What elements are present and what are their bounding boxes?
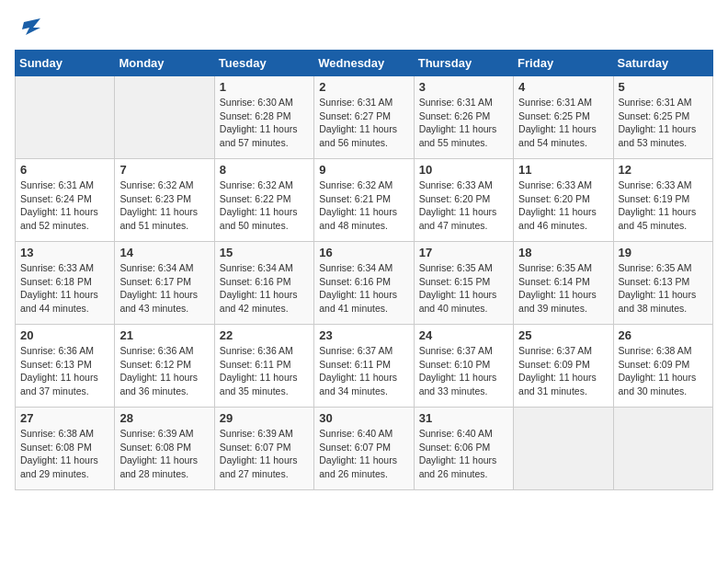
calendar-cell: 2Sunrise: 6:31 AM Sunset: 6:27 PM Daylig…	[314, 76, 414, 159]
calendar-cell: 14Sunrise: 6:34 AM Sunset: 6:17 PM Dayli…	[115, 242, 214, 325]
day-number: 5	[619, 80, 708, 94]
calendar-cell: 9Sunrise: 6:32 AM Sunset: 6:21 PM Daylig…	[314, 159, 414, 242]
cell-content: Sunrise: 6:31 AM Sunset: 6:25 PM Dayligh…	[518, 96, 608, 150]
cell-content: Sunrise: 6:36 AM Sunset: 6:12 PM Dayligh…	[119, 344, 209, 398]
cell-content: Sunrise: 6:35 AM Sunset: 6:14 PM Dayligh…	[518, 261, 608, 316]
cell-content: Sunrise: 6:34 AM Sunset: 6:16 PM Dayligh…	[319, 261, 408, 316]
day-number: 7	[119, 163, 209, 177]
cell-content: Sunrise: 6:40 AM Sunset: 6:07 PM Dayligh…	[319, 427, 408, 481]
day-number: 24	[419, 328, 508, 342]
calendar-week-row: 13Sunrise: 6:33 AM Sunset: 6:18 PM Dayli…	[16, 242, 713, 325]
calendar-cell: 22Sunrise: 6:36 AM Sunset: 6:11 PM Dayli…	[214, 325, 313, 408]
calendar-cell: 8Sunrise: 6:32 AM Sunset: 6:22 PM Daylig…	[214, 159, 313, 242]
calendar-cell: 19Sunrise: 6:35 AM Sunset: 6:13 PM Dayli…	[613, 242, 712, 325]
calendar-cell: 21Sunrise: 6:36 AM Sunset: 6:12 PM Dayli…	[115, 325, 214, 408]
calendar-cell: 1Sunrise: 6:30 AM Sunset: 6:28 PM Daylig…	[214, 76, 313, 159]
calendar-cell: 29Sunrise: 6:39 AM Sunset: 6:07 PM Dayli…	[214, 408, 313, 490]
calendar-cell: 17Sunrise: 6:35 AM Sunset: 6:15 PM Dayli…	[414, 242, 513, 325]
cell-content: Sunrise: 6:33 AM Sunset: 6:18 PM Dayligh…	[20, 261, 109, 316]
day-number: 2	[319, 80, 408, 94]
calendar-cell: 28Sunrise: 6:39 AM Sunset: 6:08 PM Dayli…	[115, 408, 214, 490]
cell-content: Sunrise: 6:33 AM Sunset: 6:19 PM Dayligh…	[619, 178, 708, 233]
cell-content: Sunrise: 6:38 AM Sunset: 6:09 PM Dayligh…	[619, 344, 708, 398]
header-tuesday: Tuesday	[214, 51, 313, 76]
day-number: 30	[319, 411, 408, 425]
cell-content: Sunrise: 6:31 AM Sunset: 6:26 PM Dayligh…	[419, 96, 508, 150]
logo-bird-icon	[15, 15, 42, 42]
day-number: 28	[119, 411, 209, 425]
calendar-cell: 10Sunrise: 6:33 AM Sunset: 6:20 PM Dayli…	[414, 159, 513, 242]
header-friday: Friday	[514, 51, 613, 76]
cell-content: Sunrise: 6:32 AM Sunset: 6:22 PM Dayligh…	[220, 178, 309, 233]
svg-marker-0	[22, 18, 40, 35]
day-number: 1	[220, 80, 309, 94]
cell-content: Sunrise: 6:34 AM Sunset: 6:16 PM Dayligh…	[220, 261, 309, 316]
day-number: 31	[419, 411, 508, 425]
calendar-cell: 25Sunrise: 6:37 AM Sunset: 6:09 PM Dayli…	[514, 325, 613, 408]
day-number: 9	[319, 163, 408, 177]
day-number: 27	[20, 411, 109, 425]
calendar-cell: 4Sunrise: 6:31 AM Sunset: 6:25 PM Daylig…	[514, 76, 613, 159]
day-number: 6	[20, 163, 109, 177]
day-number: 11	[518, 163, 608, 177]
header-wednesday: Wednesday	[314, 51, 414, 76]
calendar-cell	[613, 408, 712, 490]
day-number: 25	[518, 328, 608, 342]
calendar-cell: 12Sunrise: 6:33 AM Sunset: 6:19 PM Dayli…	[613, 159, 712, 242]
cell-content: Sunrise: 6:32 AM Sunset: 6:23 PM Dayligh…	[119, 178, 209, 233]
calendar-cell	[115, 76, 214, 159]
cell-content: Sunrise: 6:31 AM Sunset: 6:24 PM Dayligh…	[20, 178, 109, 233]
calendar-cell: 11Sunrise: 6:33 AM Sunset: 6:20 PM Dayli…	[514, 159, 613, 242]
cell-content: Sunrise: 6:36 AM Sunset: 6:11 PM Dayligh…	[220, 344, 309, 398]
day-number: 4	[518, 80, 608, 94]
cell-content: Sunrise: 6:39 AM Sunset: 6:07 PM Dayligh…	[220, 427, 309, 481]
logo	[15, 15, 46, 42]
calendar-cell	[16, 76, 115, 159]
cell-content: Sunrise: 6:38 AM Sunset: 6:08 PM Dayligh…	[20, 427, 109, 481]
day-number: 19	[619, 246, 708, 259]
calendar-cell: 24Sunrise: 6:37 AM Sunset: 6:10 PM Dayli…	[414, 325, 513, 408]
day-number: 13	[20, 246, 109, 259]
calendar-week-row: 6Sunrise: 6:31 AM Sunset: 6:24 PM Daylig…	[16, 159, 713, 242]
calendar-cell: 7Sunrise: 6:32 AM Sunset: 6:23 PM Daylig…	[115, 159, 214, 242]
header-monday: Monday	[115, 51, 214, 76]
calendar-week-row: 20Sunrise: 6:36 AM Sunset: 6:13 PM Dayli…	[16, 325, 713, 408]
cell-content: Sunrise: 6:33 AM Sunset: 6:20 PM Dayligh…	[518, 178, 608, 233]
day-number: 14	[119, 246, 209, 259]
calendar-cell: 26Sunrise: 6:38 AM Sunset: 6:09 PM Dayli…	[613, 325, 712, 408]
cell-content: Sunrise: 6:31 AM Sunset: 6:25 PM Dayligh…	[619, 96, 708, 150]
day-number: 12	[619, 163, 708, 177]
cell-content: Sunrise: 6:32 AM Sunset: 6:21 PM Dayligh…	[319, 178, 408, 233]
day-number: 3	[419, 80, 508, 94]
calendar-cell: 5Sunrise: 6:31 AM Sunset: 6:25 PM Daylig…	[613, 76, 712, 159]
cell-content: Sunrise: 6:35 AM Sunset: 6:13 PM Dayligh…	[619, 261, 708, 316]
calendar-cell: 16Sunrise: 6:34 AM Sunset: 6:16 PM Dayli…	[314, 242, 414, 325]
cell-content: Sunrise: 6:39 AM Sunset: 6:08 PM Dayligh…	[119, 427, 209, 481]
calendar-header-row: SundayMondayTuesdayWednesdayThursdayFrid…	[16, 51, 713, 76]
cell-content: Sunrise: 6:37 AM Sunset: 6:11 PM Dayligh…	[319, 344, 408, 398]
cell-content: Sunrise: 6:31 AM Sunset: 6:27 PM Dayligh…	[319, 96, 408, 150]
cell-content: Sunrise: 6:33 AM Sunset: 6:20 PM Dayligh…	[419, 178, 508, 233]
cell-content: Sunrise: 6:35 AM Sunset: 6:15 PM Dayligh…	[419, 261, 508, 316]
calendar-cell: 30Sunrise: 6:40 AM Sunset: 6:07 PM Dayli…	[314, 408, 414, 490]
day-number: 16	[319, 246, 408, 259]
calendar-cell: 3Sunrise: 6:31 AM Sunset: 6:26 PM Daylig…	[414, 76, 513, 159]
day-number: 29	[220, 411, 309, 425]
day-number: 20	[20, 328, 109, 342]
calendar-cell	[514, 408, 613, 490]
calendar-cell: 6Sunrise: 6:31 AM Sunset: 6:24 PM Daylig…	[16, 159, 115, 242]
calendar-cell: 20Sunrise: 6:36 AM Sunset: 6:13 PM Dayli…	[16, 325, 115, 408]
cell-content: Sunrise: 6:37 AM Sunset: 6:10 PM Dayligh…	[419, 344, 508, 398]
cell-content: Sunrise: 6:37 AM Sunset: 6:09 PM Dayligh…	[518, 344, 608, 398]
day-number: 17	[419, 246, 508, 259]
header-saturday: Saturday	[613, 51, 712, 76]
calendar-week-row: 1Sunrise: 6:30 AM Sunset: 6:28 PM Daylig…	[16, 76, 713, 159]
cell-content: Sunrise: 6:40 AM Sunset: 6:06 PM Dayligh…	[419, 427, 508, 481]
calendar-cell: 31Sunrise: 6:40 AM Sunset: 6:06 PM Dayli…	[414, 408, 513, 490]
day-number: 21	[119, 328, 209, 342]
header-sunday: Sunday	[16, 51, 115, 76]
day-number: 10	[419, 163, 508, 177]
calendar-cell: 18Sunrise: 6:35 AM Sunset: 6:14 PM Dayli…	[514, 242, 613, 325]
day-number: 23	[319, 328, 408, 342]
day-number: 15	[220, 246, 309, 259]
